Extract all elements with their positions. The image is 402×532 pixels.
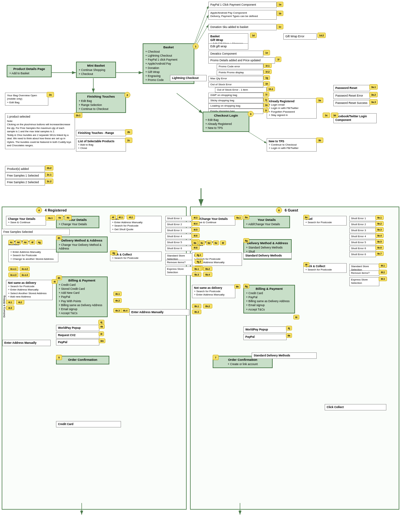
badge-4ce3-label: 4c-e.3 4c-e.4 <box>8 272 30 277</box>
out-stock-error1-node: Out of Stock Error - 1 item <box>215 87 267 93</box>
remove-items-guest: Remove items? <box>349 270 379 276</box>
gwp-node: GWP on shopping bag <box>208 93 263 98</box>
click-collect-guest-node: Click & Collect + Search for Postcode <box>303 263 347 273</box>
promo-details-node: Promo Details added and Price updated <box>208 57 275 64</box>
password-reset-node: Password Reset <box>333 85 370 91</box>
free-samples2-node: Free Samples 2 Selected <box>5 179 45 186</box>
already-registered-node: Already Registered + Login email + Login… <box>267 98 317 119</box>
devatics-node: Devatics Component <box>208 51 263 57</box>
edit-gift-wrap-node: Edit gift wrap <box>208 43 248 50</box>
note-2b1-node: 1 product selected Note:Clicking on the … <box>5 113 75 149</box>
product-details-title: Product Details Page <box>9 67 49 71</box>
your-details-guest-node: Your Details + Add/Change Your Details <box>243 216 290 228</box>
paypal1click-node: PayPal 1 Click Payment Component <box>208 2 277 8</box>
new-to-tps-node: New to TPS + Continue to Checkout + Logi… <box>267 138 317 152</box>
billing-payment-reg-node: Billing & Payment + Credit Card + Stored… <box>56 276 108 317</box>
password-reset-success-node: Password Reset Success <box>333 100 370 106</box>
change-your-details-4a1-node: Change Your Details + Save & Continue <box>6 216 46 226</box>
free-samples1-node: Free Samples 1 Selected <box>5 173 45 179</box>
guest-section-label: 6 Guest <box>283 208 299 212</box>
shutl-error6-reg: Shutl Error 6 <box>165 246 192 251</box>
shutl-error5-reg: Shutl Error 5 <box>165 240 192 245</box>
shutl-error1-side: Shutl Error 1 <box>349 216 376 221</box>
enter-address-manually-guest: Enter Address Manually <box>129 309 189 315</box>
order-confirmation-reg-node: Order Confirmation <box>56 356 109 364</box>
click-collect-reg-node: Click & Collect + Search for Postcode <box>110 252 162 261</box>
worldpay-guest-node: WorldPay Popup <box>243 326 287 333</box>
paypal-guest-node: PayPal <box>243 334 287 340</box>
donation-sku-node: Donation Sku added to basket <box>208 24 277 30</box>
finishing-touches-node: Finishing Touches + Edit Bag + Range Sel… <box>76 93 126 113</box>
credit-card-node: Credit Card <box>56 421 121 427</box>
product-details-add: + Add to Basket <box>9 72 49 75</box>
points-promo-node: Points Promo display <box>217 70 263 75</box>
promo-code-error-node: Promo Code error <box>217 64 263 69</box>
remove-items-reg: Remove items? <box>165 260 195 265</box>
max-qty-error-node: Max Qty Error <box>208 76 263 81</box>
badge-1: 1 <box>193 43 199 49</box>
loading-shopping-node: Loading on shopping bag <box>208 103 263 109</box>
not-same-delivery-reg-node: Not same as delivery + Search for Postco… <box>6 280 53 300</box>
not-same-delivery-guest-node: Not same as delivery + Search for Postco… <box>192 285 235 298</box>
shutl-error4-reg: Shutl Error 4 <box>165 234 192 239</box>
your-bag-node: Your Bag Overview Open (mobile only) + E… <box>5 93 48 106</box>
delivery-method-reg-node: Delivery Method & Address + Change Your … <box>56 237 108 253</box>
worldpay-reg-node: WorldPay Popup <box>56 325 99 331</box>
enter-address-manually-reg: Enter Address Manually <box>2 340 51 346</box>
std-delivery-reg-node: + Enter Address Manually + Search for Po… <box>8 249 58 262</box>
products-added-node: Product(s) added <box>5 166 45 172</box>
shutl-error7-side: Shutl Error 6 <box>349 252 376 257</box>
shutl-error6-side: Shutl Error 6 <box>349 246 376 251</box>
out-stock-error-node: Out of Stock Error <box>208 82 263 87</box>
free-samples-selected-top: Free Samples Selected <box>1 229 70 235</box>
shutl-error4-side: Shutl Error 4 <box>349 234 376 239</box>
badge-4: 4 <box>36 207 42 213</box>
shutl-error5-side: Shutl Error 5 <box>349 240 376 245</box>
request-cv2-node: Request CV2 <box>56 332 99 338</box>
paypal-reg-node: PayPal <box>56 339 99 345</box>
shutl-error2-side: Shutl Error 2 <box>349 222 376 227</box>
list-selectable-node: List of Selectable Products + Add to Bag… <box>76 138 126 152</box>
svg-line-5 <box>193 6 208 47</box>
mini-basket-node: Mini Basket + Continue Shopping + Checko… <box>76 62 116 78</box>
shutl-error3-reg: Shutl Error 3 <box>165 228 192 233</box>
product-details-node: Product Details Page + Add to Basket <box>7 65 52 77</box>
shutl-error3-side: Shutl Error 3 <box>349 228 376 233</box>
mini-basket-title: Mini Basket <box>79 64 113 68</box>
shutl-side-node: Shutl + Search for Postcode <box>303 216 347 226</box>
express-store-reg: Express Store Selection <box>165 266 195 275</box>
express-store-guest: Express Store Selection <box>349 277 379 286</box>
billing-payment-guest-node: Billing & Payment + Credit Card + PayPal… <box>243 285 295 313</box>
badge-6: 6 <box>276 207 282 213</box>
registered-section-label: 4 Registered <box>43 208 68 212</box>
gift-wrap-error-node: Gift Wrap Error <box>283 33 317 40</box>
checkout-login-node: Checkout Login + Edit Bag + Already Regi… <box>203 112 249 132</box>
diagram-container: Product Details Page + Add to Basket Min… <box>0 0 402 532</box>
finishing-touches-range-node: Finishing Touches - Range <box>76 130 126 136</box>
std-delivery-methods-right: Standard Delivery Methods <box>252 352 317 359</box>
std-delivery-methods-guest: Standard Delivery Methods <box>243 253 292 259</box>
password-reset-error-node: Password Reset Error <box>333 93 370 99</box>
lightning-checkout-node: Lightning Checkout <box>170 75 207 81</box>
badge-3: 3 <box>248 111 254 117</box>
apple-android-node: Apple/Android Pay ComponentDelivery, Pay… <box>208 10 277 20</box>
badge-2: 2 <box>124 92 130 98</box>
svg-line-4 <box>177 93 203 113</box>
click-collect-bottom: Click Collect <box>325 404 386 410</box>
fb-twitter-login-node: Facebook/Twitter Login Component <box>333 113 377 123</box>
sticky-shopping-node: Sticky shopping bag <box>208 98 263 103</box>
shutl-error1-reg: Shutl Error 1 <box>165 216 192 221</box>
badge-4ce1-label: 4c-e.1 4c-e.2 <box>8 266 30 271</box>
shutl-error2-reg: Shutl Error 2 <box>165 222 192 227</box>
